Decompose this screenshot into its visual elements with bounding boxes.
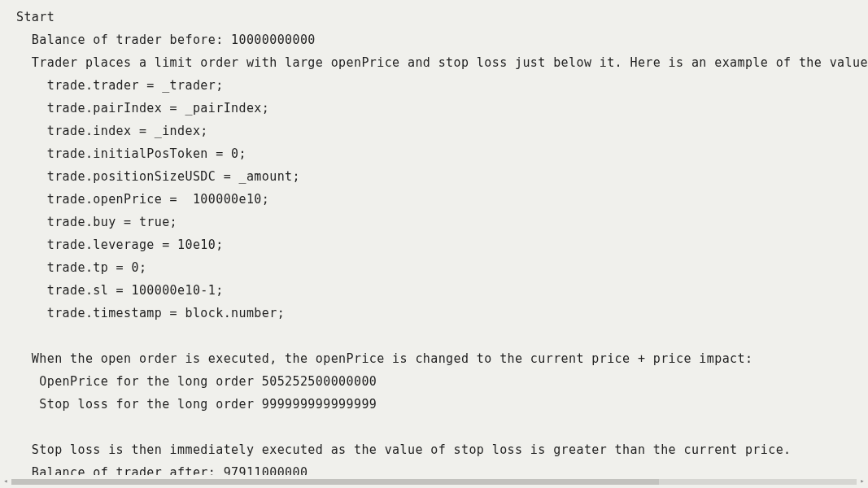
scroll-left-arrow-icon[interactable]: ◂ <box>0 475 11 488</box>
code-text: Start Balance of trader before: 10000000… <box>16 10 868 475</box>
code-viewport: Start Balance of trader before: 10000000… <box>0 0 868 475</box>
scroll-right-arrow-icon[interactable]: ▸ <box>857 475 868 488</box>
code-block: Start Balance of trader before: 10000000… <box>0 0 868 475</box>
horizontal-scrollbar[interactable]: ◂ ▸ <box>0 475 868 488</box>
scrollbar-thumb[interactable] <box>11 479 659 485</box>
